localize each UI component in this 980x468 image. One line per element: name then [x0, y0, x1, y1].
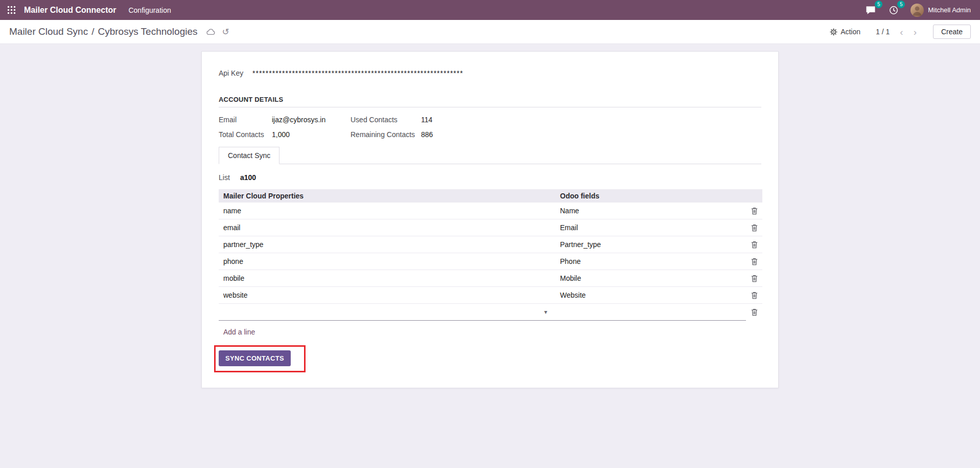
- action-label: Action: [841, 28, 860, 36]
- caret-down-icon: ▾: [544, 309, 547, 315]
- pager-value[interactable]: 1 / 1: [876, 28, 890, 36]
- delete-row-icon[interactable]: [749, 256, 760, 268]
- account-details-fields: Email ijaz@cybrosys.in Used Contacts 114…: [219, 116, 761, 139]
- email-field: Email ijaz@cybrosys.in: [219, 116, 351, 124]
- messages-icon[interactable]: 5: [865, 5, 877, 16]
- table-row-new[interactable]: ▾: [219, 304, 762, 321]
- user-menu[interactable]: Mitchell Admin: [911, 4, 971, 17]
- header-odoo-fields: Odoo fields: [555, 189, 746, 203]
- main-content: Api Key ********************************…: [0, 44, 980, 388]
- mapping-table-header: Mailer Cloud Properties Odoo fields: [219, 189, 762, 203]
- delete-row-icon[interactable]: [749, 205, 760, 217]
- tab-contact-sync[interactable]: Contact Sync: [219, 147, 279, 164]
- delete-row-icon[interactable]: [749, 273, 760, 284]
- activities-badge: 5: [897, 1, 905, 8]
- user-name: Mitchell Admin: [928, 6, 971, 14]
- cloud-sync-icon[interactable]: [206, 28, 216, 35]
- api-key-field: Api Key ********************************…: [219, 69, 761, 77]
- top-navbar: Mailer Cloud Connector Configuration 5 5: [0, 0, 980, 20]
- list-field: List a100: [219, 173, 761, 182]
- messages-badge: 5: [875, 1, 882, 8]
- api-key-label: Api Key: [219, 69, 252, 77]
- total-contacts-field: Total Contacts 1,000: [219, 130, 351, 139]
- pager: 1 / 1 ‹ ›: [876, 27, 918, 37]
- pager-next-icon[interactable]: ›: [913, 27, 918, 37]
- header-actions: [746, 189, 762, 203]
- table-row[interactable]: email Email: [219, 219, 762, 236]
- control-panel: Mailer Cloud Sync / Cybrosys Technologie…: [0, 20, 980, 44]
- list-label: List: [219, 173, 240, 182]
- gear-icon: [830, 28, 837, 36]
- table-row[interactable]: phone Phone: [219, 253, 762, 270]
- list-value: a100: [240, 173, 256, 182]
- used-contacts-field: Used Contacts 114: [351, 116, 761, 124]
- delete-row-icon[interactable]: [749, 239, 760, 251]
- avatar: [911, 4, 924, 17]
- add-a-line-link[interactable]: Add a line: [219, 325, 260, 339]
- header-mailer-cloud-properties: Mailer Cloud Properties: [219, 189, 555, 203]
- remaining-contacts-field: Remaining Contacts 886: [351, 130, 761, 139]
- table-row[interactable]: mobile Mobile: [219, 270, 762, 287]
- table-row[interactable]: name Name: [219, 203, 762, 219]
- activities-clock-icon[interactable]: 5: [888, 5, 899, 16]
- apps-grid-icon[interactable]: [6, 5, 17, 15]
- action-menu-button[interactable]: Action: [830, 28, 860, 36]
- breadcrumb: Mailer Cloud Sync / Cybrosys Technologie…: [9, 26, 197, 37]
- delete-row-icon[interactable]: [749, 222, 760, 234]
- discard-undo-icon[interactable]: ↺: [222, 28, 229, 36]
- create-button[interactable]: Create: [933, 25, 971, 39]
- odoo-field-input[interactable]: [555, 304, 746, 321]
- breadcrumb-current: Cybrosys Technologies: [98, 26, 197, 37]
- api-key-value: ****************************************…: [252, 69, 463, 77]
- breadcrumb-parent[interactable]: Mailer Cloud Sync: [9, 26, 88, 37]
- notebook-tabs: Contact Sync: [219, 147, 761, 164]
- menu-configuration[interactable]: Configuration: [128, 6, 171, 14]
- property-dropdown[interactable]: ▾: [219, 304, 555, 321]
- pager-previous-icon[interactable]: ‹: [899, 27, 904, 37]
- account-details-title: ACCOUNT DETAILS: [219, 96, 761, 103]
- table-row[interactable]: partner_type Partner_type: [219, 236, 762, 253]
- breadcrumb-separator: /: [91, 26, 94, 37]
- sync-area: SYNC CONTACTS: [219, 345, 761, 372]
- section-divider: [219, 107, 761, 107]
- form-sheet: Api Key ********************************…: [201, 51, 779, 388]
- table-row[interactable]: website Website: [219, 287, 762, 304]
- highlight-annotation: SYNC CONTACTS: [214, 345, 306, 372]
- app-name[interactable]: Mailer Cloud Connector: [24, 6, 116, 15]
- delete-row-icon[interactable]: [749, 289, 760, 301]
- sync-contacts-button[interactable]: SYNC CONTACTS: [219, 350, 291, 366]
- mapping-table: Mailer Cloud Properties Odoo fields name…: [219, 189, 762, 339]
- delete-row-icon[interactable]: [749, 306, 760, 318]
